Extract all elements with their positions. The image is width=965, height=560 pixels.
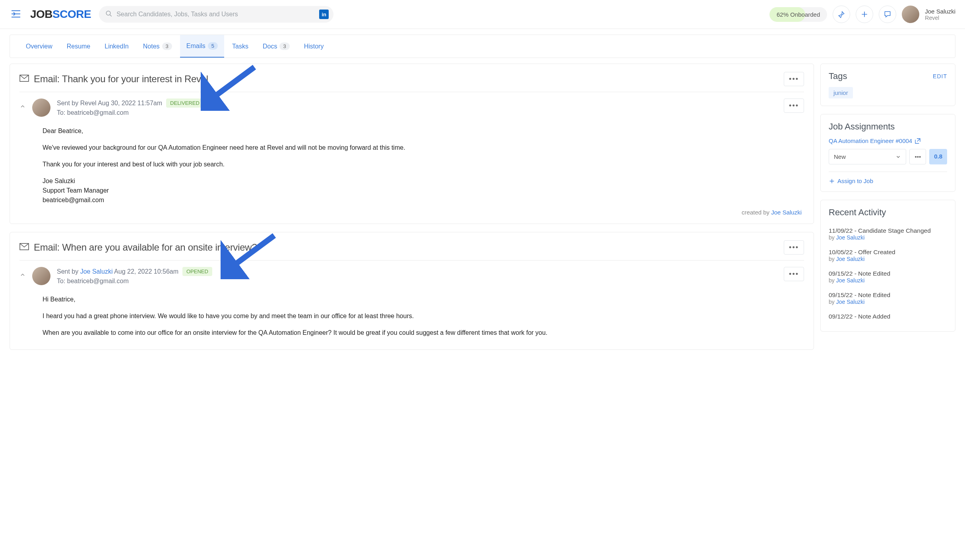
email-item-actions-button[interactable]: •••	[784, 267, 804, 281]
messages-button[interactable]	[879, 6, 896, 23]
email-card: Email: When are you available for an ons…	[10, 232, 814, 350]
status-badge-opened: OPENED	[182, 267, 212, 276]
user-org: Revel	[925, 15, 955, 21]
recent-activity-panel: Recent Activity 11/09/22 - Candidate Sta…	[820, 200, 955, 332]
tags-title: Tags	[829, 71, 847, 81]
activity-title: Recent Activity	[829, 207, 886, 218]
created-by: created by Joe Saluzki	[19, 209, 804, 216]
collapse-icon[interactable]	[19, 267, 26, 279]
tab-history[interactable]: History	[298, 35, 330, 58]
tab-notes-count: 3	[162, 42, 172, 50]
activity-item: 09/12/22 - Note Added	[829, 309, 947, 324]
job-stage-select[interactable]: New	[829, 149, 906, 164]
activity-by-link[interactable]: Joe Saluzki	[836, 299, 865, 305]
activity-by-link[interactable]: Joe Saluzki	[836, 234, 865, 241]
plus-icon	[829, 178, 835, 184]
tab-overview[interactable]: Overview	[19, 35, 59, 58]
activity-item: 09/15/22 - Note Edited by Joe Saluzki	[829, 266, 947, 288]
chevron-down-icon	[895, 154, 901, 160]
email-icon	[19, 243, 29, 252]
content: Email: Thank you for your interest in Re…	[0, 64, 965, 359]
to-label: To: beatriceb@gmail.com	[57, 278, 129, 285]
sender-avatar	[32, 267, 50, 285]
email-title: Email: When are you available for an ons…	[34, 242, 257, 253]
job-assignments-panel: Job Assignments QA Automation Engineer #…	[820, 114, 955, 192]
tags-edit-link[interactable]: EDIT	[933, 73, 947, 79]
email-actions-button[interactable]: •••	[784, 72, 804, 86]
email-title: Email: Thank you for your interest in Re…	[34, 73, 208, 85]
sent-by-link[interactable]: Joe Saluzki	[80, 268, 113, 275]
main-column: Email: Thank you for your interest in Re…	[10, 64, 814, 350]
job-link[interactable]: QA Automation Engineer #0004	[829, 137, 947, 144]
activity-by-link[interactable]: Joe Saluzki	[836, 277, 865, 284]
activity-item: 10/05/22 - Offer Created by Joe Saluzki	[829, 245, 947, 266]
search-input[interactable]	[99, 6, 333, 23]
created-by-link[interactable]: Joe Saluzki	[771, 209, 802, 216]
email-body-text: Dear Beatrice, We've reviewed your backg…	[19, 117, 804, 209]
topbar-right: 62% Onboarded Joe Saluzki Revel	[769, 6, 955, 23]
status-badge-delivered: DELIVERED	[166, 98, 203, 108]
sender-avatar	[32, 98, 50, 117]
sent-by-label: Sent by Revel Aug 30, 2022 11:57am	[57, 100, 162, 107]
onboard-pill[interactable]: 62% Onboarded	[769, 7, 827, 22]
pin-button[interactable]	[833, 6, 850, 23]
side-column: Tags EDIT junior Job Assignments QA Auto…	[820, 64, 955, 332]
user-name: Joe Saluzki	[925, 8, 955, 15]
assign-to-job-link[interactable]: Assign to Job	[829, 172, 947, 184]
topbar: JOBSCORE in 62% Onboarded Joe Saluzki Re…	[0, 0, 965, 29]
activity-by-link[interactable]: Joe Saluzki	[836, 256, 865, 262]
email-body-text: Hi Beatrice, I heard you had a great pho…	[19, 285, 804, 342]
tabs: Overview Resume LinkedIn Notes3 Emails5 …	[10, 35, 955, 58]
logo[interactable]: JOBSCORE	[30, 8, 91, 21]
tab-tasks[interactable]: Tasks	[226, 35, 255, 58]
to-label: To: beatriceb@gmail.com	[57, 109, 129, 116]
search-wrap: in	[99, 6, 333, 23]
activity-item: 09/15/22 - Note Edited by Joe Saluzki	[829, 288, 947, 309]
email-icon	[19, 75, 29, 84]
external-link-icon	[915, 138, 921, 144]
jobs-title: Job Assignments	[829, 122, 895, 132]
email-item-actions-button[interactable]: •••	[784, 98, 804, 113]
tab-linkedin[interactable]: LinkedIn	[98, 35, 135, 58]
svg-point-0	[106, 11, 110, 15]
tag-junior[interactable]: junior	[829, 87, 853, 98]
logo-job: JOB	[30, 8, 52, 21]
user-info[interactable]: Joe Saluzki Revel	[925, 8, 955, 21]
add-button[interactable]	[856, 6, 873, 23]
tab-docs[interactable]: Docs3	[256, 35, 296, 58]
logo-score: SCORE	[52, 8, 91, 21]
avatar[interactable]	[902, 6, 919, 23]
tab-emails-count: 5	[208, 42, 218, 50]
tab-notes[interactable]: Notes3	[137, 35, 178, 58]
tab-emails[interactable]: Emails5	[180, 35, 224, 58]
email-card: Email: Thank you for your interest in Re…	[10, 64, 814, 224]
menu-toggle-icon[interactable]	[10, 8, 22, 21]
collapse-icon[interactable]	[19, 98, 26, 111]
job-actions-button[interactable]: •••	[909, 149, 926, 164]
linkedin-icon[interactable]: in	[319, 10, 329, 19]
tags-panel: Tags EDIT junior	[820, 64, 955, 106]
tab-resume[interactable]: Resume	[60, 35, 97, 58]
tab-docs-count: 3	[279, 42, 289, 50]
email-actions-button[interactable]: •••	[784, 240, 804, 255]
onboard-label: 62% Onboarded	[777, 11, 820, 18]
search-icon	[105, 10, 112, 19]
sent-by-label: Sent by Joe Saluzki Aug 22, 2022 10:56am	[57, 268, 178, 275]
activity-item: 11/09/22 - Candidate Stage Changed by Jo…	[829, 223, 947, 245]
job-score: 0.8	[929, 149, 947, 164]
